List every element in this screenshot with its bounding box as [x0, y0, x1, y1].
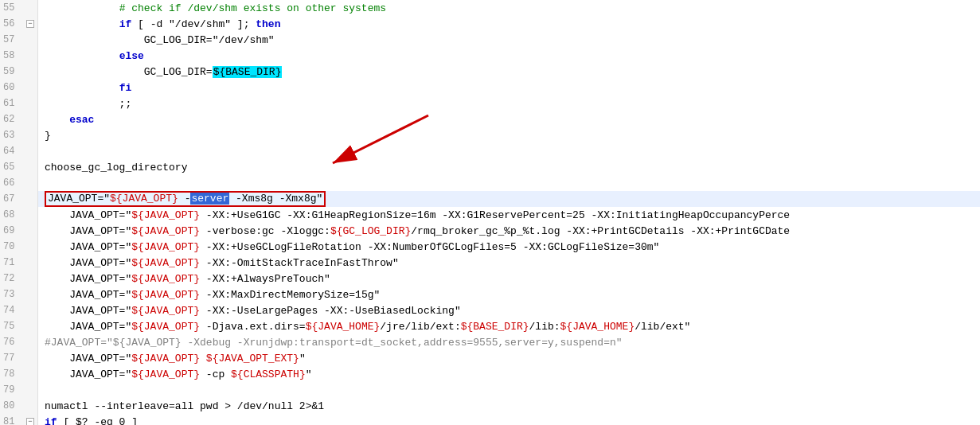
- code-text-78: JAVA_OPT="${JAVA_OPT} -cp ${CLASSPATH}": [45, 368, 312, 380]
- code-text-61: ;;: [45, 98, 131, 110]
- code-line-73: JAVA_OPT="${JAVA_OPT} -XX:MaxDirectMemor…: [38, 287, 980, 302]
- line-num-77: 77: [0, 350, 37, 366]
- line-num-73: 73: [0, 287, 37, 302]
- code-line-59: GC_LOG_DIR=${BASE_DIR}: [38, 64, 980, 80]
- collapse-icon-81[interactable]: −: [26, 418, 34, 425]
- code-text-81: if [ $? -eq 0 ]: [45, 416, 138, 426]
- code-text-79: [45, 384, 51, 396]
- line-num-58: 58: [0, 48, 37, 64]
- code-line-65: choose_gc_log_directory: [38, 159, 980, 175]
- code-line-72: JAVA_OPT="${JAVA_OPT} -XX:+AlwaysPreTouc…: [38, 271, 980, 287]
- code-line-78: JAVA_OPT="${JAVA_OPT} -cp ${CLASSPATH}": [38, 366, 980, 382]
- code-line-81: if [ $? -eq 0 ]: [38, 414, 980, 425]
- line-num-60: 60: [0, 80, 37, 96]
- code-line-66: [38, 175, 980, 191]
- code-line-76: #JAVA_OPT="${JAVA_OPT} -Xdebug -Xrunjdwp…: [38, 334, 980, 350]
- code-text-77: JAVA_OPT="${JAVA_OPT} ${JAVA_OPT_EXT}": [45, 353, 306, 365]
- code-text-64: [45, 146, 51, 158]
- code-container: 55 56− 57 58 59 60 61 62 63 64 65 66 67 …: [0, 0, 980, 425]
- code-text-60: fi: [45, 82, 131, 94]
- line-num-56: 56−: [0, 16, 37, 32]
- line-num-61: 61: [0, 96, 37, 111]
- code-line-69: JAVA_OPT="${JAVA_OPT} -verbose:gc -Xlogg…: [38, 223, 980, 239]
- line-num-75: 75: [0, 318, 37, 334]
- code-line-57: GC_LOG_DIR="/dev/shm": [38, 32, 980, 48]
- line-num-62: 62: [0, 111, 37, 127]
- code-text-68: JAVA_OPT="${JAVA_OPT} -XX:+UseG1GC -XX:G…: [45, 209, 790, 221]
- code-line-71: JAVA_OPT="${JAVA_OPT} -XX:-OmitStackTrac…: [38, 255, 980, 271]
- line-num-72: 72: [0, 271, 37, 287]
- code-text-56: if [ -d "/dev/shm" ]; then: [45, 18, 280, 30]
- code-line-58: else: [38, 48, 980, 64]
- code-text-55: # check if /dev/shm exists on other syst…: [45, 2, 386, 14]
- code-line-67: JAVA_OPT="${JAVA_OPT} -server -Xms8g -Xm…: [38, 191, 980, 207]
- code-line-74: JAVA_OPT="${JAVA_OPT} -XX:-UseLargePages…: [38, 302, 980, 318]
- code-text-70: JAVA_OPT="${JAVA_OPT} -XX:+UseGCLogFileR…: [45, 241, 659, 253]
- code-line-79: [38, 382, 980, 398]
- code-line-70: JAVA_OPT="${JAVA_OPT} -XX:+UseGCLogFileR…: [38, 239, 980, 255]
- line-num-70: 70: [0, 239, 37, 255]
- code-line-75: JAVA_OPT="${JAVA_OPT} -Djava.ext.dirs=${…: [38, 318, 980, 334]
- code-text-58: else: [45, 50, 144, 62]
- line-num-74: 74: [0, 302, 37, 318]
- code-text-73: JAVA_OPT="${JAVA_OPT} -XX:MaxDirectMemor…: [45, 289, 380, 301]
- line-num-57: 57: [0, 32, 37, 48]
- code-text-66: [45, 177, 51, 189]
- code-text-74: JAVA_OPT="${JAVA_OPT} -XX:-UseLargePages…: [45, 305, 461, 317]
- line-num-71: 71: [0, 255, 37, 271]
- code-line-55: # check if /dev/shm exists on other syst…: [38, 0, 980, 16]
- line-num-80: 80: [0, 398, 37, 414]
- line-num-76: 76: [0, 334, 37, 350]
- code-text-65: choose_gc_log_directory: [45, 162, 187, 174]
- code-line-80: numactl --interleave=all pwd > /dev/null…: [38, 398, 980, 414]
- code-text-71: JAVA_OPT="${JAVA_OPT} -XX:-OmitStackTrac…: [45, 257, 399, 269]
- code-text-59: GC_LOG_DIR=${BASE_DIR}: [45, 66, 282, 78]
- code-line-68: JAVA_OPT="${JAVA_OPT} -XX:+UseG1GC -XX:G…: [38, 207, 980, 223]
- code-line-60: fi: [38, 80, 980, 96]
- code-text-72: JAVA_OPT="${JAVA_OPT} -XX:+AlwaysPreTouc…: [45, 273, 330, 285]
- line-num-63: 63: [0, 127, 37, 143]
- code-text-62: esac: [45, 114, 94, 126]
- code-text-80: numactl --interleave=all pwd > /dev/null…: [45, 400, 324, 412]
- code-line-62: esac: [38, 111, 980, 127]
- line-num-68: 68: [0, 207, 37, 223]
- code-line-64: [38, 143, 980, 159]
- code-text-76: #JAVA_OPT="${JAVA_OPT} -Xdebug -Xrunjdwp…: [45, 337, 623, 349]
- line-num-69: 69: [0, 223, 37, 239]
- line-num-78: 78: [0, 366, 37, 382]
- code-line-77: JAVA_OPT="${JAVA_OPT} ${JAVA_OPT_EXT}": [38, 350, 980, 366]
- code-line-63: }: [38, 127, 980, 143]
- code-text-63: }: [45, 130, 51, 142]
- line-num-59: 59: [0, 64, 37, 80]
- code-text-69: JAVA_OPT="${JAVA_OPT} -verbose:gc -Xlogg…: [45, 225, 790, 237]
- line-num-81: 81−: [0, 414, 37, 425]
- code-line-61: ;;: [38, 96, 980, 111]
- line-num-66: 66: [0, 175, 37, 191]
- code-area[interactable]: # check if /dev/shm exists on other syst…: [38, 0, 980, 425]
- code-text-75: JAVA_OPT="${JAVA_OPT} -Djava.ext.dirs=${…: [45, 321, 690, 333]
- line-num-67: 67: [0, 191, 37, 207]
- code-text-57: GC_LOG_DIR="/dev/shm": [45, 34, 275, 46]
- line-num-64: 64: [0, 143, 37, 159]
- code-line-56: if [ -d "/dev/shm" ]; then: [38, 16, 980, 32]
- line-num-65: 65: [0, 159, 37, 175]
- collapse-icon-56[interactable]: −: [26, 20, 34, 28]
- code-text-67: JAVA_OPT="${JAVA_OPT} -server -Xms8g -Xm…: [45, 191, 326, 207]
- line-num-79: 79: [0, 382, 37, 398]
- line-num-55: 55: [0, 0, 37, 16]
- line-numbers: 55 56− 57 58 59 60 61 62 63 64 65 66 67 …: [0, 0, 38, 425]
